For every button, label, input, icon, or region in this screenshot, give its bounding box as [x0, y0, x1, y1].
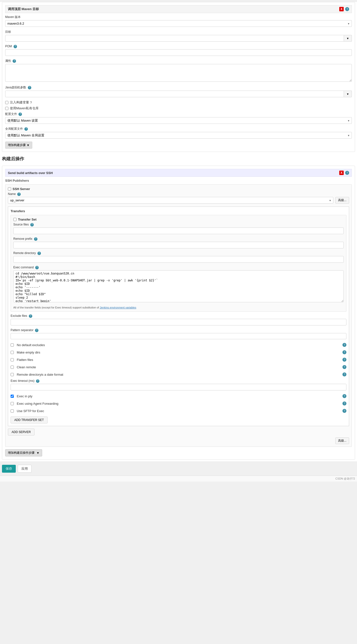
maven-pom-group: POM ?	[5, 44, 352, 56]
post-build-header: 构建后操作	[0, 154, 357, 164]
maven-config-file-help-icon[interactable]: ?	[19, 112, 22, 116]
make-empty-dirs-checkbox[interactable]	[11, 351, 14, 354]
exec-timeout-input[interactable]: 120000	[11, 384, 346, 390]
maven-use-private-repo-label: 使用Maven私有仓库	[10, 106, 39, 110]
transfer-set-checkbox[interactable]	[13, 218, 17, 221]
remote-directory-help-icon[interactable]: ?	[38, 252, 41, 255]
exec-in-pty-row: Exec in pty ?	[11, 394, 346, 399]
maven-pom-input[interactable]	[5, 49, 352, 56]
maven-jvm-dropdown-btn[interactable]: ▼	[344, 90, 352, 97]
ssh-name-select[interactable]: up_server	[8, 197, 333, 204]
advanced-bottom-wrapper: 高级...	[8, 438, 349, 444]
flatten-files-checkbox[interactable]	[11, 358, 14, 362]
clean-remote-help-icon[interactable]: ?	[342, 365, 346, 369]
maven-properties-help-icon[interactable]: ?	[13, 59, 16, 63]
ssh-section: Send build artifacts over SSH X ? SSH Pu…	[2, 166, 355, 460]
clean-remote-checkbox[interactable]	[11, 366, 14, 369]
maven-config-file-select[interactable]: 使用默认 Maven 设置	[5, 117, 352, 124]
exec-agent-fwd-help-icon[interactable]: ?	[342, 402, 346, 406]
maven-jvm-help-icon[interactable]: ?	[28, 86, 31, 89]
maven-global-config-select[interactable]: 使用默认 Maven 全局设置	[5, 132, 352, 138]
bottom-bar: CSDN @龙仔72	[0, 476, 357, 482]
apply-button[interactable]: 应用	[18, 465, 32, 473]
ssh-server-checkbox[interactable]	[8, 187, 11, 190]
flatten-files-label: Flatten files	[17, 358, 33, 362]
ssh-advanced-btn[interactable]: 高级...	[335, 197, 349, 204]
maven-version-select[interactable]: maven3.6.2	[5, 20, 352, 27]
exclude-files-help-icon[interactable]: ?	[29, 314, 32, 318]
maven-global-config-label: 全局配置文件 ?	[5, 127, 352, 131]
exec-timeout-group: Exec timeout (ms) ? 120000	[11, 379, 346, 390]
ssh-server-group: SSH Server	[8, 187, 349, 191]
remote-dir-is-date-checkbox[interactable]	[11, 373, 14, 376]
inject-build-vars-help-icon[interactable]: ?	[30, 101, 32, 104]
advanced-bottom-btn[interactable]: 高级...	[335, 438, 349, 444]
maven-config-file-label: 配置文件 ?	[5, 112, 352, 116]
footer-actions: 保存 应用	[0, 462, 357, 476]
ssh-name-group: Name ? up_server 高级...	[8, 192, 349, 204]
clean-remote-row: Clean remote ?	[11, 364, 346, 370]
no-default-excludes-checkbox[interactable]	[11, 344, 14, 346]
maven-jvm-input[interactable]	[5, 90, 344, 97]
maven-inject-build-vars-group: 注入构建变量 ?	[5, 100, 352, 105]
pattern-separator-input[interactable]: [, ]+	[11, 333, 346, 339]
exec-agent-forwarding-row: Exec using Agent Forwarding ?	[11, 401, 346, 406]
maven-properties-label: 属性 ?	[5, 59, 352, 63]
save-button[interactable]: 保存	[2, 465, 16, 473]
maven-help-icon[interactable]: ?	[345, 7, 349, 11]
ssh-server-label: SSH Server	[13, 187, 30, 191]
no-default-excludes-help-icon[interactable]: ?	[342, 343, 346, 347]
exclude-files-input[interactable]	[11, 319, 346, 326]
maven-close-btn[interactable]: X	[339, 7, 344, 11]
maven-target-input[interactable]: clean package -e -DskipTests=true	[5, 35, 344, 42]
maven-add-build-step-btn[interactable]: 增加构建步骤 ▼	[5, 142, 32, 149]
source-files-input[interactable]: target/*.jar	[13, 228, 344, 234]
remove-prefix-help-icon[interactable]: ?	[34, 237, 38, 241]
add-server-btn[interactable]: ADD SERVER	[8, 428, 35, 436]
env-vars-note: All of the transfer fields (except for E…	[13, 306, 344, 309]
maven-inject-build-vars-checkbox[interactable]	[5, 101, 8, 104]
add-post-build-step-btn[interactable]: 增加构建后操作步骤 ▼	[5, 449, 42, 456]
remove-prefix-input[interactable]: target	[13, 242, 344, 248]
maven-pom-label: POM ?	[5, 44, 352, 48]
clean-remote-label: Clean remote	[17, 365, 36, 369]
exec-agent-fwd-checkbox[interactable]	[11, 402, 14, 405]
no-default-excludes-label: No default excludes	[17, 343, 45, 347]
flatten-files-row: Flatten files ?	[11, 357, 346, 362]
ssh-name-select-wrapper: up_server	[8, 197, 333, 204]
exec-command-help-icon[interactable]: ?	[35, 266, 39, 269]
exec-command-textarea[interactable]: cd /www/wwwroot/vue.banquan520.cn #!/bin…	[13, 270, 344, 302]
use-sftp-checkbox[interactable]	[11, 410, 14, 412]
make-empty-dirs-label: Make empty dirs	[17, 350, 40, 354]
pattern-separator-help-icon[interactable]: ?	[35, 329, 39, 332]
exec-in-pty-checkbox[interactable]	[11, 394, 14, 398]
maven-header: 调用顶层 Maven 目标 X ?	[5, 5, 352, 13]
ssh-name-help-icon[interactable]: ?	[17, 192, 21, 196]
exec-timeout-help-icon[interactable]: ?	[36, 379, 40, 383]
use-sftp-help-icon[interactable]: ?	[342, 409, 346, 413]
make-empty-dirs-help-icon[interactable]: ?	[342, 350, 346, 354]
maven-add-step-arrow-icon: ▼	[27, 144, 30, 147]
exclude-files-group: Exclude files ?	[11, 314, 346, 326]
maven-pom-help-icon[interactable]: ?	[14, 45, 17, 48]
env-vars-link[interactable]: Jenkins environment variables	[100, 306, 136, 309]
remote-dir-is-date-help-icon[interactable]: ?	[342, 372, 346, 376]
ssh-name-label: Name ?	[8, 192, 349, 196]
exec-in-pty-label: Exec in pty	[17, 394, 33, 398]
maven-global-config-group: 全局配置文件 ? 使用默认 Maven 全局设置	[5, 127, 352, 138]
add-transfer-set-wrapper: ADD TRANSFER SET	[11, 416, 346, 424]
transfer-set-subsection: Transfer Set Source files ? target/*.jar…	[11, 215, 346, 312]
send-ssh-close-btn[interactable]: X	[339, 170, 344, 175]
maven-use-private-repo-checkbox[interactable]	[5, 107, 8, 110]
maven-global-config-help-icon[interactable]: ?	[24, 127, 28, 131]
maven-target-dropdown-btn[interactable]: ▼	[344, 35, 352, 42]
maven-title: 调用顶层 Maven 目标	[8, 7, 39, 11]
exec-agent-fwd-label: Exec using Agent Forwarding	[17, 402, 58, 406]
add-transfer-set-btn[interactable]: ADD TRANSFER SET	[11, 416, 48, 424]
remote-directory-input[interactable]: /www/wwwroot/www.banquan520.cn	[13, 256, 344, 263]
flatten-files-help-icon[interactable]: ?	[342, 358, 346, 362]
maven-properties-textarea[interactable]	[5, 64, 352, 82]
source-files-help-icon[interactable]: ?	[30, 223, 34, 226]
exec-in-pty-help-icon[interactable]: ?	[342, 394, 346, 398]
send-ssh-help-icon[interactable]: ?	[345, 171, 349, 175]
